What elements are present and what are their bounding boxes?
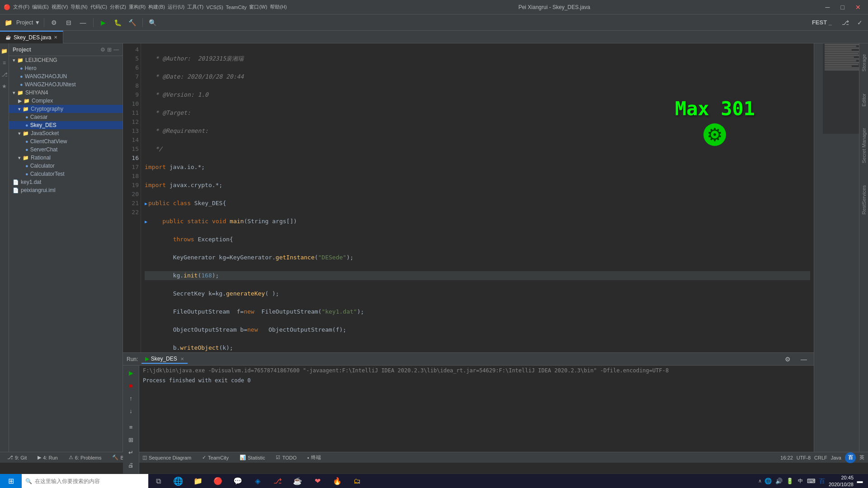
run-scroll-up[interactable]: ↑	[126, 393, 137, 404]
tray-keyboard[interactable]: ⌨	[807, 477, 816, 486]
line-sep-indicator[interactable]: CRLF	[814, 455, 827, 460]
code-line-8: * @Requirement:	[145, 127, 810, 136]
run-tab-skey[interactable]: ▶ Skey_DES ✕	[142, 355, 188, 364]
tree-clientchatview[interactable]: ● ClientChatView	[9, 137, 123, 145]
search-input[interactable]	[35, 478, 145, 484]
code-content[interactable]: * @Author: 20192315裴湘瑞 * @Date: 2020/10/…	[141, 43, 814, 352]
tree-skey-des[interactable]: ● Skey_DES	[9, 121, 123, 129]
tray-network[interactable]: 🌐	[764, 477, 773, 486]
sidebar-secret-label[interactable]: Secret Manager	[861, 126, 867, 165]
tray-volume[interactable]: 🔊	[774, 477, 783, 486]
tray-baidu[interactable]: 百	[818, 477, 827, 486]
tree-cryptography[interactable]: ▾ 📁 Cryptography	[9, 105, 123, 113]
run-wrap[interactable]: ↵	[126, 447, 137, 458]
tab-skey-des[interactable]: ☕ Skey_DES.java ✕	[0, 31, 63, 43]
teamcity-menu[interactable]: TeamCity	[226, 5, 247, 10]
run-scroll-down[interactable]: ↓	[126, 405, 137, 416]
run-autoscroll[interactable]: ⊞	[126, 434, 137, 445]
taskbar-intellij[interactable]: 🔴	[208, 474, 228, 488]
nav-menu[interactable]: 导航(N)	[71, 4, 87, 10]
status-problems-tab[interactable]: ⚠ 6: Problems	[65, 452, 105, 463]
tree-settings-icon[interactable]: ⚙	[100, 47, 105, 53]
sidebar-storage-label[interactable]: Storage	[861, 52, 867, 74]
analyze-menu[interactable]: 分析(Z)	[110, 4, 126, 10]
tree-shiyan4[interactable]: ▾ 📁 SHIYAN4	[9, 89, 123, 97]
code-menu[interactable]: 代码(C)	[90, 4, 107, 10]
taskbar-search[interactable]: 🔍	[22, 474, 148, 488]
tree-calculatortest[interactable]: ● CalculatorTest	[9, 170, 123, 178]
build-button[interactable]: 🔨	[126, 16, 139, 29]
baidu-icon[interactable]: 百	[845, 452, 856, 463]
tree-peixiangrui-label: peixiangrui.iml	[21, 187, 56, 193]
left-panel-favorites[interactable]: ★	[0, 82, 9, 90]
tab-close-icon[interactable]: ✕	[54, 35, 57, 40]
left-panel-structure[interactable]: ≡	[0, 59, 9, 67]
window-menu[interactable]: 窗口(W)	[249, 4, 267, 10]
run-settings-btn[interactable]: ⚙	[781, 353, 794, 366]
run-tab-close[interactable]: ✕	[180, 357, 184, 361]
tree-javasocket[interactable]: ▾ 📁 JavaSocket	[9, 129, 123, 137]
taskbar-app1[interactable]: ❤	[307, 474, 327, 488]
tree-hide-icon[interactable]: —	[113, 47, 119, 53]
tree-caesar[interactable]: ● Caesar	[9, 113, 123, 121]
help-menu[interactable]: 帮助(H)	[270, 4, 287, 10]
tray-expand-icon[interactable]: ∧	[758, 478, 762, 484]
sidebar-editor-label[interactable]: Editor	[861, 92, 867, 108]
taskbar-wechat[interactable]: 💬	[228, 474, 248, 488]
teamcity-button[interactable]: ✓	[854, 16, 866, 29]
build-menu[interactable]: 构建(B)	[148, 4, 165, 10]
problems-label: 6: Problems	[75, 455, 102, 460]
tree-key1dat[interactable]: 📄 key1.dat	[9, 178, 123, 186]
maximize-button[interactable]: □	[837, 3, 848, 12]
status-run-tab[interactable]: ▶ 4: Run	[34, 452, 61, 463]
taskbar-edge[interactable]: 🌐	[168, 474, 188, 488]
run-filter[interactable]: ≡	[126, 422, 137, 432]
taskbar-taskview[interactable]: ⧉	[148, 474, 168, 488]
tree-peixiangruiiml[interactable]: 📄 peixiangrui.iml	[9, 186, 123, 194]
tree-rational[interactable]: ▾ 📁 Rational	[9, 154, 123, 162]
tree-serverchat[interactable]: ● ServerChat	[9, 145, 123, 154]
run-hide-btn[interactable]: —	[797, 353, 810, 366]
left-panel-project[interactable]: 📁	[0, 47, 9, 55]
tree-hero[interactable]: ● Hero	[9, 64, 123, 72]
taskbar-vscode[interactable]: ◈	[248, 474, 268, 488]
tree-leijicheng[interactable]: ▾ 📁 LEIJICHENG	[9, 56, 123, 64]
debug-button[interactable]: 🐛	[112, 16, 124, 29]
lang-indicator[interactable]: Java	[831, 455, 841, 460]
taskbar-java[interactable]: ☕	[288, 474, 307, 488]
hide-button[interactable]: —	[77, 16, 90, 29]
vcs-menu[interactable]: VCS(S)	[206, 5, 223, 10]
code-editor[interactable]: 4 5 6 7 8 9 10 11 12 13 14 15 16 17 18 1…	[123, 43, 814, 352]
tree-wangzhaojun[interactable]: ● WANGZHAOJUN	[9, 72, 123, 80]
run-print[interactable]: 🖨	[126, 460, 137, 470]
search-everywhere[interactable]: 🔍	[146, 16, 159, 29]
taskbar-git[interactable]: ⎇	[268, 474, 288, 488]
sidebar-rest-label[interactable]: RestServices	[861, 183, 867, 216]
start-button[interactable]: ⊞	[0, 474, 22, 488]
taskbar-filemanager[interactable]: 🗂	[347, 474, 367, 488]
tree-complex[interactable]: ▶ 📁 Complex	[9, 97, 123, 105]
taskbar-app2[interactable]: 🔥	[327, 474, 347, 488]
tree-expand-icon[interactable]: ⊞	[107, 47, 112, 53]
collapse-button[interactable]: ⊟	[62, 16, 75, 29]
run-menu[interactable]: 运行(U)	[168, 4, 184, 10]
rerun-button[interactable]: ▶	[126, 367, 137, 378]
settings-button[interactable]: ⚙	[48, 16, 61, 29]
tree-calculator[interactable]: ● Calculator	[9, 162, 123, 170]
refactor-menu[interactable]: 重构(R)	[129, 4, 146, 10]
close-button[interactable]: ✕	[852, 3, 864, 12]
status-git-tab[interactable]: ⎇ 9: Git	[4, 452, 30, 463]
taskbar-explorer[interactable]: 📁	[188, 474, 208, 488]
tray-input[interactable]: 中	[796, 477, 805, 486]
stop-button[interactable]: ■	[126, 380, 137, 391]
project-selector[interactable]: 📁	[2, 16, 14, 29]
show-desktop[interactable]: ▬	[855, 477, 864, 486]
left-panel-git[interactable]: ⎇	[0, 70, 9, 79]
tray-battery[interactable]: 🔋	[785, 477, 794, 486]
git-button[interactable]: ⎇	[839, 16, 852, 29]
tools-menu[interactable]: 工具(T)	[187, 4, 203, 10]
minimize-button[interactable]: ─	[822, 3, 834, 12]
tree-wangzhaojuntest[interactable]: ● WANGZHAOJUNtest	[9, 80, 123, 89]
language-toggle[interactable]: 英	[859, 454, 864, 461]
run-button[interactable]: ▶	[97, 16, 110, 29]
